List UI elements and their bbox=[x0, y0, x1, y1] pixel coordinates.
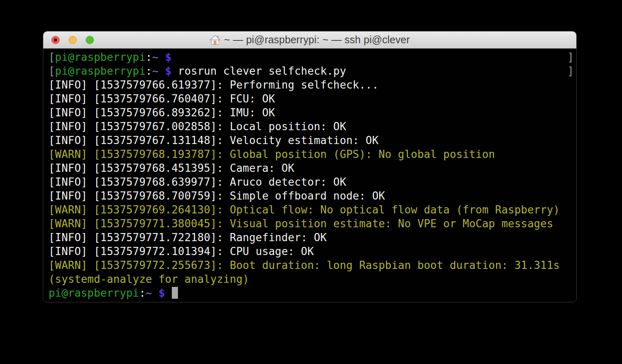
text-segment bbox=[159, 51, 165, 63]
log-text: [WARN] [1537579768.193787]: Global posit… bbox=[49, 147, 495, 161]
prompt-dollar: $ bbox=[165, 65, 171, 77]
window-title: ~ — pi@raspberrypi: ~ — ssh pi@clever bbox=[224, 34, 410, 46]
terminal-line: [INFO] [1537579766.760407]: FCU: OK bbox=[49, 92, 574, 106]
terminal-line: [INFO] [1537579771.722180]: Rangefinder:… bbox=[49, 231, 574, 244]
terminal-line: [INFO] [1537579768.639977]: Aruco detect… bbox=[49, 175, 574, 189]
terminal-output[interactable]: [pi@raspberrypi:~ $][pi@raspberrypi:~ $ … bbox=[43, 49, 576, 300]
shell-prompt: [pi@raspberrypi:~ $ bbox=[49, 50, 171, 64]
prompt-open-bracket: [ bbox=[49, 51, 55, 63]
prompt-colon: : bbox=[146, 51, 152, 63]
log-text: [INFO] [1537579766.760407]: FCU: OK bbox=[49, 92, 275, 106]
terminal-line: [WARN] [1537579769.264130]: Optical flow… bbox=[49, 203, 574, 217]
log-text: (systemd-analyze for analyzing) bbox=[49, 272, 249, 286]
prompt-dollar: $ bbox=[165, 51, 171, 63]
terminal-window: ~ — pi@raspberrypi: ~ — ssh pi@clever [p… bbox=[43, 31, 577, 302]
prompt-close-bracket: ] bbox=[567, 50, 574, 64]
prompt-user-host: pi@raspberrypi bbox=[49, 287, 139, 299]
terminal-line: [INFO] [1537579766.893262]: IMU: OK bbox=[49, 106, 574, 120]
terminal-line: [WARN] [1537579771.380045]: Visual posit… bbox=[49, 217, 574, 231]
terminal-line: [INFO] [1537579768.451395]: Camera: OK bbox=[49, 161, 574, 175]
terminal-line: [INFO] [1537579768.700759]: Simple offbo… bbox=[49, 189, 574, 203]
terminal-line: [WARN] [1537579772.255673]: Boot duratio… bbox=[49, 258, 574, 272]
log-text: [INFO] [1537579768.700759]: Simple offbo… bbox=[49, 189, 385, 203]
terminal-line: [pi@raspberrypi:~ $ rosrun clever selfch… bbox=[49, 64, 574, 78]
prompt-colon: : bbox=[139, 287, 146, 299]
log-text: [INFO] [1537579771.722180]: Rangefinder:… bbox=[49, 231, 327, 244]
title-bar[interactable]: ~ — pi@raspberrypi: ~ — ssh pi@clever bbox=[43, 31, 576, 49]
command-text: rosrun clever selfcheck.py bbox=[171, 65, 346, 77]
prompt-close-bracket: ] bbox=[567, 64, 574, 78]
prompt-tilde: ~ bbox=[152, 51, 159, 63]
prompt-colon: : bbox=[146, 65, 152, 77]
shell-prompt: pi@raspberrypi:~ $ bbox=[49, 286, 178, 300]
log-text: [INFO] [1537579772.101394]: CPU usage: O… bbox=[49, 244, 314, 258]
terminal-line: [INFO] [1537579772.101394]: CPU usage: O… bbox=[49, 244, 574, 258]
prompt-user-host: pi@raspberrypi bbox=[55, 65, 146, 77]
terminal-line: pi@raspberrypi:~ $ bbox=[49, 286, 574, 300]
terminal-line: [INFO] [1537579766.619377]: Performing s… bbox=[49, 78, 574, 92]
log-text: [INFO] [1537579767.002858]: Local positi… bbox=[49, 120, 346, 133]
log-text: [WARN] [1537579769.264130]: Optical flow… bbox=[49, 203, 560, 217]
prompt-tilde: ~ bbox=[152, 65, 159, 77]
terminal-line: [INFO] [1537579767.002858]: Local positi… bbox=[49, 120, 574, 133]
log-text: [INFO] [1537579768.451395]: Camera: OK bbox=[49, 161, 294, 175]
prompt-tilde: ~ bbox=[146, 287, 152, 299]
log-text: [WARN] [1537579772.255673]: Boot duratio… bbox=[49, 258, 560, 272]
shell-prompt: [pi@raspberrypi:~ $ rosrun clever selfch… bbox=[49, 64, 346, 78]
prompt-open-bracket: [ bbox=[49, 65, 55, 77]
log-text: [INFO] [1537579767.131148]: Velocity est… bbox=[49, 133, 379, 147]
terminal-line: [pi@raspberrypi:~ $] bbox=[49, 50, 574, 64]
text-segment bbox=[152, 287, 159, 299]
title-area: ~ — pi@raspberrypi: ~ — ssh pi@clever bbox=[43, 31, 576, 48]
terminal-line: (systemd-analyze for analyzing) bbox=[49, 272, 574, 286]
terminal-line: [INFO] [1537579767.131148]: Velocity est… bbox=[49, 133, 574, 147]
terminal-cursor bbox=[172, 287, 178, 299]
log-text: [INFO] [1537579768.639977]: Aruco detect… bbox=[49, 175, 346, 189]
log-text: [INFO] [1537579766.893262]: IMU: OK bbox=[49, 106, 275, 120]
prompt-user-host: pi@raspberrypi bbox=[55, 51, 146, 63]
home-icon bbox=[210, 35, 220, 45]
text-segment bbox=[165, 287, 171, 299]
terminal-line: [WARN] [1537579768.193787]: Global posit… bbox=[49, 147, 574, 161]
log-text: [WARN] [1537579771.380045]: Visual posit… bbox=[49, 217, 553, 231]
log-text: [INFO] [1537579766.619377]: Performing s… bbox=[49, 78, 379, 92]
prompt-dollar: $ bbox=[159, 287, 165, 299]
text-segment bbox=[159, 65, 165, 77]
